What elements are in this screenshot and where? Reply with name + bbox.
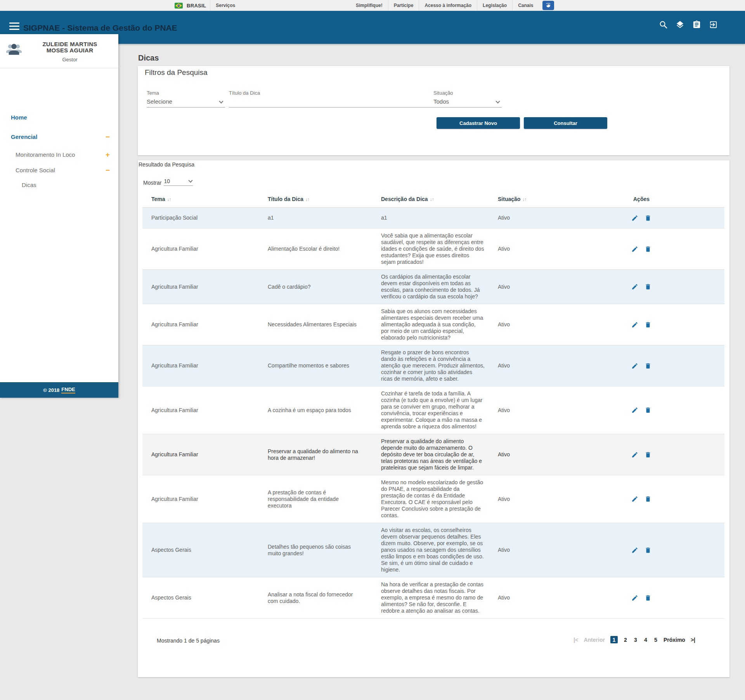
gov-brand-label[interactable]: BRASIL <box>187 3 206 9</box>
gov-link-3[interactable]: Acesso à informação <box>419 0 477 11</box>
table-row: Agricultura FamiliarA prestação de conta… <box>142 475 724 523</box>
page-number-1[interactable]: 1 <box>610 636 618 643</box>
tema-cell: Agricultura Familiar <box>142 304 259 345</box>
delete-icon[interactable] <box>645 321 651 328</box>
first-page-button[interactable]: |< <box>573 637 578 643</box>
libras-accessibility-icon[interactable] <box>542 1 554 10</box>
tema-cell: Agricultura Familiar <box>142 386 259 434</box>
tema-select[interactable]: Selecione <box>147 98 225 107</box>
delete-icon[interactable] <box>645 283 651 290</box>
gov-link-1[interactable]: Simplifique! <box>350 0 388 11</box>
delete-icon[interactable] <box>645 547 651 554</box>
gov-link-2[interactable]: Participe <box>388 0 419 11</box>
expand-icon[interactable]: + <box>106 151 110 159</box>
search-icon[interactable] <box>659 20 668 29</box>
results-card: Resultado da Pesquisa Mostrar 10 Tema↓↑ … <box>138 160 729 677</box>
titulo-cell: Alimentação Escolar é direito! <box>259 229 372 270</box>
next-page-button[interactable]: Próximo <box>664 637 685 643</box>
sort-icon[interactable]: ↓↑ <box>305 197 309 202</box>
edit-icon[interactable] <box>631 407 638 414</box>
tema-cell: Agricultura Familiar <box>142 434 259 475</box>
gov-link-servicos[interactable]: Serviços <box>214 0 237 11</box>
government-bar: BRASIL Serviços Simplifique!ParticipeAce… <box>0 0 745 11</box>
descricao-cell: a1 <box>372 208 496 229</box>
sidebar-item-gerencial[interactable]: Gerencial − <box>0 133 118 140</box>
chevron-down-icon <box>189 178 193 182</box>
column-header-titulo[interactable]: Título da Dica↓↑ <box>259 191 372 208</box>
edit-icon[interactable] <box>631 283 638 290</box>
descricao-cell: Ao visitar as escolas, os conselheiros d… <box>372 523 496 577</box>
titulo-dica-input[interactable] <box>229 98 437 106</box>
sidebar-item-home[interactable]: Home <box>0 114 118 121</box>
situacao-cell: Ativo <box>496 229 558 270</box>
brazil-flag-icon <box>175 3 183 9</box>
acoes-cell <box>558 270 724 304</box>
sort-icon[interactable]: ↓↑ <box>430 197 434 202</box>
table-row: Participação Sociala1a1Ativo <box>142 208 724 229</box>
situacao-cell: Ativo <box>496 270 558 304</box>
edit-icon[interactable] <box>631 594 638 601</box>
tema-label: Tema <box>147 90 225 96</box>
table-header-row: Tema↓↑ Título da Dica↓↑ Descrição da Dic… <box>142 191 724 208</box>
situacao-field: Situação Todos <box>433 90 502 107</box>
table-row: Agricultura FamiliarNecessidades Aliment… <box>142 304 724 345</box>
situacao-cell: Ativo <box>496 304 558 345</box>
page-number-4[interactable]: 4 <box>643 637 648 643</box>
column-header-descricao[interactable]: Descrição da Dica↓↑ <box>372 191 496 208</box>
exit-icon[interactable] <box>709 20 718 29</box>
edit-icon[interactable] <box>631 547 638 554</box>
descricao-cell: Cozinhar é tarefa de toda a família. A c… <box>372 386 496 434</box>
menu-hamburger-icon[interactable] <box>9 23 19 30</box>
layers-icon[interactable] <box>676 20 684 29</box>
page-size-select[interactable]: 10 <box>164 178 193 186</box>
previous-page-button[interactable]: Anterior <box>584 637 605 643</box>
delete-icon[interactable] <box>645 407 651 414</box>
sort-icon[interactable]: ↓↑ <box>522 197 526 202</box>
gov-divider <box>210 0 210 11</box>
tema-cell: Participação Social <box>142 208 259 229</box>
acoes-cell <box>558 345 724 386</box>
edit-icon[interactable] <box>631 321 638 328</box>
results-summary: Mostrando 1 de 5 páginas <box>157 638 220 644</box>
delete-icon[interactable] <box>645 362 651 369</box>
delete-icon[interactable] <box>645 215 651 222</box>
edit-icon[interactable] <box>631 215 638 222</box>
edit-icon[interactable] <box>631 246 638 253</box>
page-number-2[interactable]: 2 <box>623 637 628 643</box>
delete-icon[interactable] <box>645 246 651 253</box>
page-number-5[interactable]: 5 <box>653 637 658 643</box>
edit-icon[interactable] <box>631 362 638 369</box>
tema-cell: Agricultura Familiar <box>142 475 259 523</box>
sort-icon[interactable]: ↓↑ <box>167 197 171 202</box>
gov-link-5[interactable]: Canais <box>513 0 539 11</box>
column-header-tema[interactable]: Tema↓↑ <box>142 191 259 208</box>
fnde-link[interactable]: FNDE <box>61 386 75 393</box>
titulo-cell: a1 <box>259 208 372 229</box>
situacao-cell: Ativo <box>496 523 558 577</box>
sidebar-item-monitoramento-in-loco[interactable]: Monitoramento In Loco + <box>0 151 118 158</box>
titulo-cell: Necessidades Alimentares Especiais <box>259 304 372 345</box>
acoes-cell <box>558 523 724 577</box>
consultar-button[interactable]: Consultar <box>524 117 607 129</box>
sidebar-item-dicas[interactable]: Dicas <box>0 182 118 188</box>
titulo-field: Título da Dica <box>229 90 437 107</box>
gov-link-4[interactable]: Legislação <box>477 0 512 11</box>
column-header-situacao[interactable]: Situação↓↑ <box>496 191 558 208</box>
last-page-button[interactable]: >| <box>691 637 695 643</box>
titulo-cell: Analisar a nota fiscal do fornecedor com… <box>259 577 372 619</box>
page-number-3[interactable]: 3 <box>633 637 638 643</box>
situacao-select[interactable]: Todos <box>433 98 502 107</box>
situacao-cell: Ativo <box>496 208 558 229</box>
edit-icon[interactable] <box>631 496 638 502</box>
collapse-icon[interactable]: − <box>106 133 110 141</box>
assignment-icon[interactable] <box>692 20 701 29</box>
delete-icon[interactable] <box>645 496 651 502</box>
delete-icon[interactable] <box>645 451 651 458</box>
cadastrar-novo-button[interactable]: Cadastrar Novo <box>437 117 520 129</box>
delete-icon[interactable] <box>645 594 651 601</box>
sidebar-item-controle-social[interactable]: Controle Social − <box>0 167 118 173</box>
edit-icon[interactable] <box>631 451 638 458</box>
situacao-cell: Ativo <box>496 434 558 475</box>
collapse-icon[interactable]: − <box>106 166 110 175</box>
tema-cell: Agricultura Familiar <box>142 270 259 304</box>
